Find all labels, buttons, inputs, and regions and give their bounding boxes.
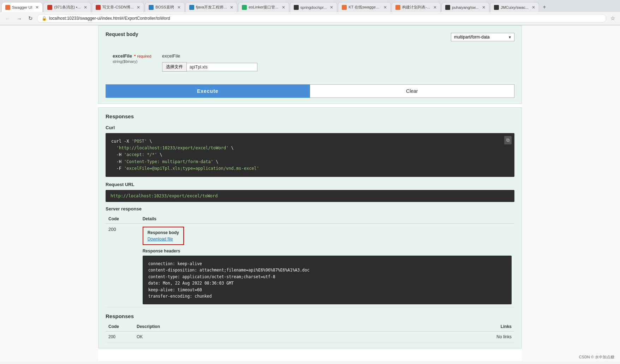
tab-2[interactable]: (971条消息) •... ✕	[43, 2, 91, 12]
execute-button[interactable]: Execute	[106, 84, 310, 98]
bottom-table-row: 200 OK No links	[106, 332, 514, 342]
details-column-header: Details	[140, 214, 514, 224]
bottom-responses-table: Code Description Links 200 OK No links	[106, 322, 514, 342]
bottom-responses: Responses Code Description Links 200 OK	[106, 313, 514, 342]
tab-close-3[interactable]: ✕	[137, 5, 140, 10]
copy-curl-button[interactable]: ⧉	[504, 136, 512, 144]
tab-favicon-5	[189, 5, 194, 10]
tab-3[interactable]: 写文章-CSDN博... ✕	[92, 2, 144, 12]
tab-favicon-8	[342, 5, 347, 10]
tab-close-icon[interactable]: ✕	[35, 5, 39, 10]
tab-title-2: (971条消息) •...	[54, 5, 81, 10]
clear-button[interactable]: Clear	[310, 84, 515, 98]
server-response-label: Server response	[106, 206, 514, 211]
param-type: string($binary)	[113, 59, 151, 64]
request-body-title: Request body	[106, 31, 138, 37]
response-body-title: Response body	[148, 230, 179, 235]
bottom-code-cell: 200	[106, 332, 134, 342]
lock-icon: 🔒	[42, 16, 47, 21]
reload-button[interactable]: ↻	[26, 14, 35, 23]
curl-label: Curl	[106, 125, 514, 130]
tab-favicon-2	[47, 5, 52, 10]
response-headers-label: Response headers	[143, 249, 512, 253]
tab-title-10: puhaiyang/sw...	[452, 5, 479, 10]
tab-close-11[interactable]: ✕	[532, 5, 535, 10]
nav-actions: ☆	[608, 14, 617, 23]
tab-close-2[interactable]: ✕	[84, 5, 87, 10]
tab-title-11: JMCuixy/swac...	[501, 5, 529, 10]
tab-favicon-7	[294, 5, 299, 10]
tab-swagger-ui[interactable]: Swagger UI ✕	[1, 2, 43, 12]
tab-title-6: eoLinker接口管...	[249, 5, 278, 10]
tab-favicon-6	[242, 5, 247, 10]
server-response-table: Code Details 200 Response body Download …	[106, 214, 514, 308]
download-file-link[interactable]: Download file	[148, 237, 173, 241]
response-headers-content: connection: keep-alive content-dispositi…	[148, 261, 310, 299]
bottom-links-header: Links	[356, 322, 514, 332]
tab-10[interactable]: puhaiyang/sw... ✕	[441, 2, 489, 12]
tab-title-4: BOSS直聘	[155, 5, 174, 10]
bottom-desc-cell: OK	[134, 332, 356, 342]
tab-close-10[interactable]: ✕	[482, 5, 485, 10]
back-button[interactable]: ←	[3, 14, 12, 23]
responses-section: Responses Curl curl -X 'POST' \ 'http://…	[98, 107, 522, 348]
nav-bar: ← → ↻ 🔒 localhost:10233/swagger-ui/index…	[0, 12, 620, 25]
content-type-select[interactable]: multipart/form-data application/json	[451, 33, 514, 41]
tab-close-4[interactable]: ✕	[177, 5, 181, 10]
watermark: CSDN © 水中加点糖	[579, 354, 614, 360]
responses-title: Responses	[106, 113, 514, 119]
file-choose-button[interactable]: 选择文件	[162, 62, 187, 72]
bottom-code-header: Code	[106, 322, 134, 332]
param-name: excelFile	[113, 53, 132, 59]
tab-7[interactable]: springdoc/spr... ✕	[290, 2, 338, 12]
tab-bar: Swagger UI ✕ (971条消息) •... ✕ 写文章-CSDN博..…	[0, 0, 620, 12]
bottom-desc-header: Description	[134, 322, 356, 332]
content-type-wrapper[interactable]: multipart/form-data application/json	[451, 33, 514, 41]
table-row: 200 Response body Download file Response…	[106, 223, 514, 307]
request-url-block: http://localhost:10233/export/excel/toWo…	[106, 190, 514, 202]
code-column-header: Code	[106, 214, 140, 224]
tab-close-5[interactable]: ✕	[230, 5, 233, 10]
tab-4[interactable]: BOSS直聘 ✕	[145, 2, 185, 12]
action-buttons: Execute Clear	[106, 84, 514, 98]
tab-title: Swagger UI	[12, 5, 32, 10]
tab-close-9[interactable]: ✕	[433, 5, 437, 10]
param-desc: excelFile	[162, 53, 257, 59]
response-details: Response body Download file Response hea…	[140, 223, 514, 307]
main-content: Request body multipart/form-data applica…	[98, 25, 522, 361]
tab-9[interactable]: 构建计划列表-... ✕	[392, 2, 441, 12]
bottom-responses-title: Responses	[106, 313, 514, 319]
address-bar[interactable]: 🔒 localhost:10233/swagger-ui/index.html#…	[37, 14, 606, 23]
tab-close-7[interactable]: ✕	[330, 5, 333, 10]
tab-title-9: 构建计划列表-...	[402, 5, 430, 10]
bottom-links-cell: No links	[356, 332, 514, 342]
new-tab-button[interactable]: +	[540, 2, 549, 12]
tab-favicon-3	[96, 5, 101, 10]
tab-favicon-10	[445, 5, 450, 10]
file-name-display: apiTpl.xls	[187, 63, 257, 71]
response-body-box: Response body Download file	[143, 227, 184, 245]
tab-11[interactable]: JMCuixy/swac... ✕	[490, 2, 539, 12]
request-body-section: Request body multipart/form-data applica…	[98, 25, 522, 104]
address-text: localhost:10233/swagger-ui/index.html#/E…	[49, 16, 602, 21]
tab-close-6[interactable]: ✕	[282, 5, 285, 10]
request-url-label: Request URL	[106, 182, 514, 187]
tab-title-5: fjava开发工程师...	[196, 5, 227, 10]
tab-title-3: 写文章-CSDN博...	[102, 5, 133, 10]
required-star: *	[134, 54, 136, 58]
forward-button[interactable]: →	[14, 14, 24, 23]
tab-favicon-11	[494, 5, 499, 10]
bookmark-button[interactable]: ☆	[608, 14, 617, 23]
tab-favicon-9	[395, 5, 400, 10]
tab-close-8[interactable]: ✕	[383, 5, 387, 10]
tab-5[interactable]: fjava开发工程师... ✕	[185, 2, 237, 12]
curl-code-block: curl -X 'POST' \ 'http://localhost:10233…	[106, 133, 514, 177]
tab-6[interactable]: eoLinker接口管... ✕	[238, 2, 289, 12]
tab-title-7: springdoc/spr...	[300, 5, 327, 10]
browser-chrome: Swagger UI ✕ (971条消息) •... ✕ 写文章-CSDN博..…	[0, 0, 620, 25]
tab-favicon-4	[149, 5, 154, 10]
tab-8[interactable]: KT 在线swagger接... ✕	[338, 2, 391, 12]
tab-title-8: KT 在线swagger接...	[348, 5, 380, 10]
response-code: 200	[106, 223, 140, 307]
tab-favicon	[5, 5, 10, 10]
